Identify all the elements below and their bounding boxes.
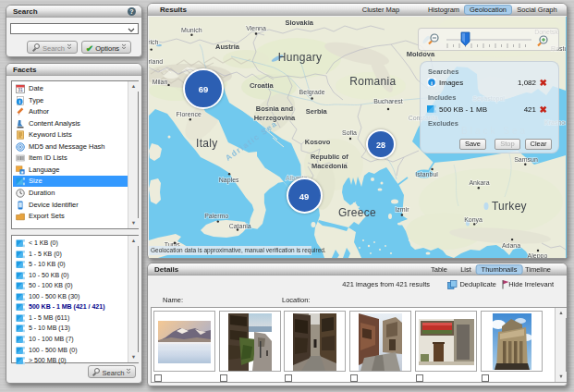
svg-text:Herzegovina: Herzegovina xyxy=(254,114,296,122)
svg-text:Moldova: Moldova xyxy=(407,50,435,58)
svg-text:Izmir: Izmir xyxy=(395,206,409,213)
svg-text:Macedonia: Macedonia xyxy=(311,162,348,170)
svg-text:Adana: Adana xyxy=(502,242,520,249)
svg-text:Catania: Catania xyxy=(229,223,251,229)
svg-text:Naples: Naples xyxy=(219,177,239,184)
svg-text:Florence: Florence xyxy=(177,111,202,117)
svg-text:Slovakia: Slovakia xyxy=(285,18,313,27)
svg-text:i: i xyxy=(431,80,433,86)
svg-text:Romania: Romania xyxy=(349,75,396,88)
svg-text:Belgrade: Belgrade xyxy=(299,89,325,96)
svg-text:Kosovo: Kosovo xyxy=(305,138,331,146)
svg-text:Italy: Italy xyxy=(196,137,218,150)
svg-text:Bucharest: Bucharest xyxy=(373,98,403,104)
svg-text:Milan: Milan xyxy=(153,79,168,85)
svg-text:Republic of: Republic of xyxy=(311,153,348,161)
svg-text:Hungary: Hungary xyxy=(278,51,322,64)
svg-text:Palermo: Palermo xyxy=(204,213,228,219)
svg-text:Turkey: Turkey xyxy=(492,200,527,213)
svg-text:31: 31 xyxy=(18,87,23,92)
svg-text:Istanbul: Istanbul xyxy=(415,171,438,178)
svg-text:Samsun: Samsun xyxy=(514,156,538,163)
svg-text:Zurich: Zurich xyxy=(149,39,159,45)
svg-text:Ankara: Ankara xyxy=(469,179,489,186)
svg-text:Vienna: Vienna xyxy=(246,25,266,31)
svg-text:Sofia: Sofia xyxy=(342,129,357,136)
svg-text:Croatia: Croatia xyxy=(250,81,275,90)
svg-text:Serbia: Serbia xyxy=(306,107,328,116)
svg-text:Konya: Konya xyxy=(464,216,482,224)
svg-text:Austria: Austria xyxy=(215,43,240,51)
svg-text:Switzerland: Switzerland xyxy=(149,58,163,65)
svg-text:★: ★ xyxy=(20,168,25,174)
svg-text:Aleppo: Aleppo xyxy=(528,252,548,258)
svg-text:Greece: Greece xyxy=(338,206,376,219)
svg-text:Munich: Munich xyxy=(181,27,202,33)
svg-text:Bosnia and: Bosnia and xyxy=(256,104,294,113)
